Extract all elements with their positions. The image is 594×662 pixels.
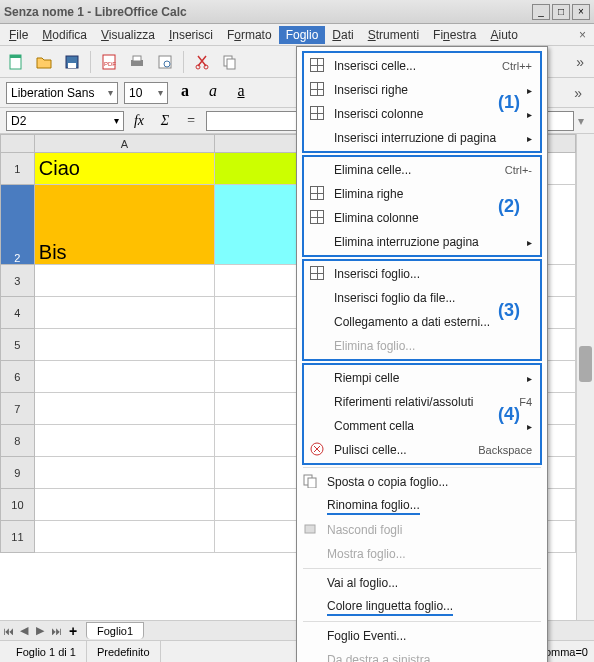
toolbar-more-icon[interactable]: »	[570, 54, 590, 70]
cell-a1[interactable]: Ciao	[34, 153, 214, 185]
cell-a9[interactable]	[34, 457, 214, 489]
equals-button[interactable]: =	[180, 113, 202, 129]
foglio-menu: Inserisci celle...Ctrl++ Inserisci righe…	[296, 46, 548, 662]
row-header-2[interactable]: 2	[1, 185, 35, 265]
svg-rect-13	[227, 59, 235, 69]
underline-button[interactable]: a	[230, 82, 252, 104]
menu-sposta-copia[interactable]: Sposta o copia foglio...	[297, 470, 547, 494]
svg-rect-16	[308, 478, 316, 488]
menu-inserisci-celle[interactable]: Inserisci celle...Ctrl++	[304, 54, 540, 78]
formatting-more-icon[interactable]: »	[568, 85, 588, 101]
save-button[interactable]	[60, 50, 84, 74]
menu-foglio-eventi[interactable]: Foglio Eventi...	[297, 624, 547, 648]
formula-expand-icon[interactable]: ▾	[578, 114, 588, 128]
menu-pulisci-celle[interactable]: Pulisci celle...Backspace	[304, 438, 540, 462]
copy-button[interactable]	[218, 50, 242, 74]
print-button[interactable]	[125, 50, 149, 74]
group-3-label: (3)	[498, 300, 520, 321]
minimize-button[interactable]: _	[532, 4, 550, 20]
select-all-corner[interactable]	[1, 135, 35, 153]
menu-inserisci[interactable]: Inserisci	[162, 26, 220, 44]
menu-finestra[interactable]: Finestra	[426, 26, 483, 44]
menu-dati[interactable]: Dati	[325, 26, 360, 44]
cell-a7[interactable]	[34, 393, 214, 425]
svg-text:PDF: PDF	[104, 61, 116, 67]
svg-rect-3	[68, 63, 76, 68]
close-button[interactable]: ×	[572, 4, 590, 20]
sum-button[interactable]: Σ	[154, 113, 176, 129]
font-name-combo[interactable]: Liberation Sans	[6, 82, 118, 104]
row-header-1[interactable]: 1	[1, 153, 35, 185]
menu-formato[interactable]: Formato	[220, 26, 279, 44]
status-sheet-count: Foglio 1 di 1	[6, 641, 87, 662]
row-header-11[interactable]: 11	[1, 521, 35, 553]
col-header-a[interactable]: A	[34, 135, 214, 153]
menu-elimina-interruzione[interactable]: Elimina interruzione pagina▸	[304, 230, 540, 254]
menu-file[interactable]: File	[2, 26, 35, 44]
last-sheet-button[interactable]: ⏭	[48, 625, 64, 637]
cut-button[interactable]	[190, 50, 214, 74]
cell-a4[interactable]	[34, 297, 214, 329]
next-sheet-button[interactable]: ▶	[32, 624, 48, 637]
bold-button[interactable]: a	[174, 82, 196, 104]
cell-a8[interactable]	[34, 425, 214, 457]
maximize-button[interactable]: □	[552, 4, 570, 20]
prev-sheet-button[interactable]: ◀	[16, 624, 32, 637]
menu-vai-al-foglio[interactable]: Vai al foglio...	[297, 571, 547, 595]
menu-nascondi-fogli: Nascondi fogli	[297, 518, 547, 542]
menubar: File Modifica Visualizza Inserisci Forma…	[0, 24, 594, 46]
cell-a5[interactable]	[34, 329, 214, 361]
window-title: Senza nome 1 - LibreOffice Calc	[4, 5, 530, 19]
svg-rect-7	[133, 56, 141, 61]
menu-colore-linguetta[interactable]: Colore linguetta foglio...	[297, 595, 547, 619]
row-header-10[interactable]: 10	[1, 489, 35, 521]
svg-rect-17	[305, 525, 315, 533]
row-header-9[interactable]: 9	[1, 457, 35, 489]
menu-foglio[interactable]: Foglio	[279, 26, 326, 44]
row-header-4[interactable]: 4	[1, 297, 35, 329]
row-header-8[interactable]: 8	[1, 425, 35, 457]
group-4-label: (4)	[498, 404, 520, 425]
menu-riempi-celle[interactable]: Riempi celle▸	[304, 366, 540, 390]
first-sheet-button[interactable]: ⏮	[0, 625, 16, 637]
cell-a3[interactable]	[34, 265, 214, 297]
menu-rinomina-foglio[interactable]: Rinomina foglio...	[297, 494, 547, 518]
status-style: Predefinito	[87, 641, 161, 662]
menu-inserisci-foglio[interactable]: Inserisci foglio...	[304, 262, 540, 286]
group-2-label: (2)	[498, 196, 520, 217]
menu-aiuto[interactable]: Aiuto	[483, 26, 524, 44]
menu-destra-sinistra: Da destra a sinistra	[297, 648, 547, 662]
menu-elimina-celle[interactable]: Elimina celle...Ctrl+-	[304, 158, 540, 182]
menu-inserisci-interruzione[interactable]: Inserisci interruzione di pagina▸	[304, 126, 540, 150]
row-header-6[interactable]: 6	[1, 361, 35, 393]
font-size-combo[interactable]: 10	[124, 82, 168, 104]
vertical-scrollbar[interactable]	[576, 134, 594, 620]
pdf-button[interactable]: PDF	[97, 50, 121, 74]
menubar-close-icon[interactable]: ×	[573, 28, 592, 42]
italic-button[interactable]: a	[202, 82, 224, 104]
cell-a6[interactable]	[34, 361, 214, 393]
cell-a2[interactable]: Bis	[34, 185, 214, 265]
row-header-5[interactable]: 5	[1, 329, 35, 361]
menu-strumenti[interactable]: Strumenti	[361, 26, 426, 44]
new-button[interactable]	[4, 50, 28, 74]
group-1-label: (1)	[498, 92, 520, 113]
row-header-7[interactable]: 7	[1, 393, 35, 425]
menu-modifica[interactable]: Modifica	[35, 26, 94, 44]
name-box[interactable]: D2	[6, 111, 124, 131]
svg-rect-1	[10, 55, 21, 58]
sheet-tab-1[interactable]: Foglio1	[86, 622, 144, 639]
function-wizard-button[interactable]: fx	[128, 113, 150, 129]
add-sheet-button[interactable]: +	[64, 623, 82, 639]
cell-a11[interactable]	[34, 521, 214, 553]
row-header-3[interactable]: 3	[1, 265, 35, 297]
menu-elimina-foglio: Elimina foglio...	[304, 334, 540, 358]
menu-visualizza[interactable]: Visualizza	[94, 26, 162, 44]
menu-mostra-foglio: Mostra foglio...	[297, 542, 547, 566]
cell-a10[interactable]	[34, 489, 214, 521]
open-button[interactable]	[32, 50, 56, 74]
print-preview-button[interactable]	[153, 50, 177, 74]
